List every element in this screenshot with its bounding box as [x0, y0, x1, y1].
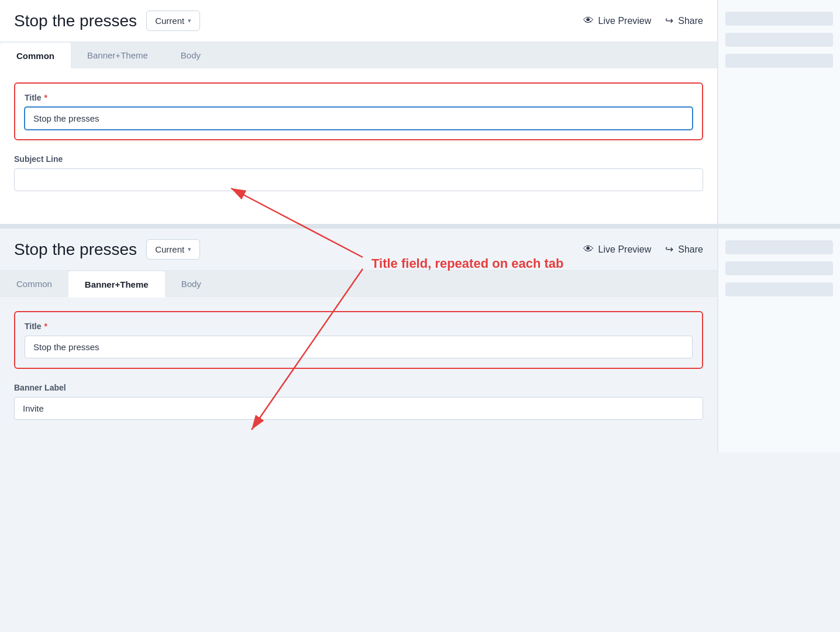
section2-share-button[interactable]: ↪ Share [665, 243, 703, 255]
section2-banner-label-input[interactable] [14, 397, 703, 420]
section1-live-preview-button[interactable]: 👁 Live Preview [583, 15, 652, 27]
section1-right-stub-3 [725, 54, 833, 68]
section2-right-panel [717, 229, 840, 453]
full-page: Title field, repeated on each tab Stop t… [0, 0, 840, 453]
section1-subject-line-input[interactable] [14, 168, 703, 191]
section2-page-title: Stop the presses [14, 240, 137, 259]
section1-live-preview-label: Live Preview [598, 16, 652, 26]
section1-subject-line-group: Subject Line [14, 154, 703, 191]
section2-header: Stop the presses Current ▾ 👁 Live Previe… [0, 229, 717, 271]
section2-right-stub-1 [725, 240, 833, 254]
section1-version-button[interactable]: Current ▾ [146, 11, 200, 31]
section1-title-label: Title * [25, 93, 693, 102]
section2-title-label: Title * [25, 322, 693, 331]
section2-share-label: Share [678, 244, 703, 255]
section1-version-label: Current [155, 16, 184, 26]
section1-subject-line-label: Subject Line [14, 154, 703, 164]
section2-title-required: * [44, 322, 47, 331]
section1-title-required: * [44, 93, 47, 102]
section2-live-preview-button[interactable]: 👁 Live Preview [583, 243, 652, 255]
share-icon-2: ↪ [665, 243, 673, 255]
section2-tabs-bar: Common Banner+Theme Body [0, 271, 717, 297]
tab-banner-theme-1[interactable]: Banner+Theme [71, 42, 164, 68]
section2-version-chevron: ▾ [188, 246, 191, 253]
section1-title-input[interactable] [25, 107, 693, 130]
eye-icon: 👁 [583, 15, 594, 27]
section2-title-input[interactable] [25, 336, 693, 358]
tab-banner-theme-2[interactable]: Banner+Theme [68, 271, 165, 298]
tab-common-1[interactable]: Common [0, 43, 71, 69]
section2-banner-label-label: Banner Label [14, 383, 703, 392]
section2-form: Title * Banner Label [0, 297, 717, 453]
tab-body-2[interactable]: Body [165, 271, 218, 297]
section1: Stop the presses Current ▾ 👁 Live Previe… [0, 0, 840, 224]
section1-form: Title * Subject Line [0, 68, 717, 224]
section1-header: Stop the presses Current ▾ 👁 Live Previe… [0, 0, 717, 42]
section1-version-chevron: ▾ [188, 17, 191, 25]
section1-page-title: Stop the presses [14, 12, 137, 30]
section2-live-preview-label: Live Preview [598, 244, 652, 255]
tab-common-2[interactable]: Common [0, 271, 68, 297]
section1-right-stub-1 [725, 12, 833, 26]
section2-banner-label-group: Banner Label [14, 383, 703, 420]
section1-right-stub-2 [725, 33, 833, 47]
section1-share-label: Share [678, 16, 703, 26]
section2-title-highlighted-section: Title * [14, 311, 703, 369]
eye-icon-2: 👁 [583, 243, 594, 255]
section1-tabs-bar: Common Banner+Theme Body [0, 42, 717, 68]
tab-body-1[interactable]: Body [164, 42, 217, 68]
section2: Stop the presses Current ▾ 👁 Live Previe… [0, 229, 840, 453]
section2-version-button[interactable]: Current ▾ [146, 239, 200, 260]
section1-title-highlighted-section: Title * [14, 82, 703, 140]
section2-version-label: Current [155, 244, 184, 254]
section1-right-panel [717, 0, 840, 224]
section1-header-right: 👁 Live Preview ↪ Share [583, 15, 703, 27]
section2-header-right: 👁 Live Preview ↪ Share [583, 243, 703, 255]
section2-right-stub-2 [725, 261, 833, 275]
section1-share-button[interactable]: ↪ Share [665, 15, 703, 27]
share-icon: ↪ [665, 15, 673, 27]
section-divider [0, 224, 840, 229]
section2-right-stub-3 [725, 282, 833, 296]
